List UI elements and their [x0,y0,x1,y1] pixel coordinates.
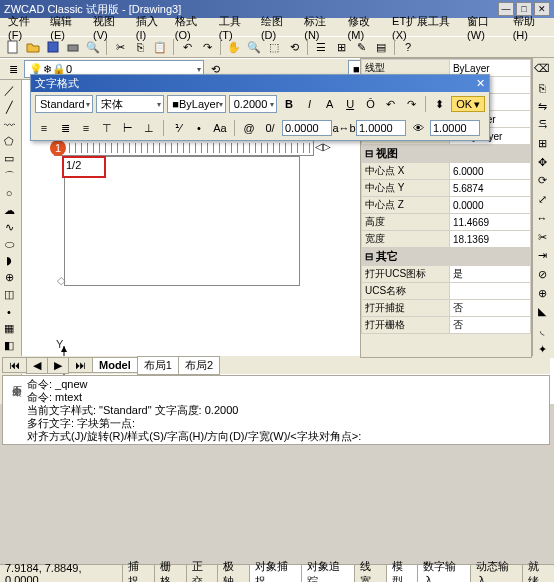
align-left-icon[interactable]: ≡ [35,119,53,137]
rotate-icon[interactable]: ⟳ [533,172,551,190]
design-icon[interactable]: ⊞ [332,38,350,56]
numbering-icon[interactable]: ⅟ [169,119,187,137]
underline-icon[interactable]: U [341,95,358,113]
align-right-icon[interactable]: ≡ [77,119,95,137]
move-icon[interactable]: ✥ [533,153,551,171]
width-field[interactable] [356,120,406,136]
save-icon[interactable] [44,38,62,56]
textstyle-combo[interactable]: Standard [35,95,93,113]
stretch-icon[interactable]: ↔ [533,210,551,228]
zoomwin-icon[interactable]: ⬚ [265,38,283,56]
tab-model[interactable]: Model [92,357,138,373]
trim-icon[interactable]: ✂ [533,228,551,246]
revcloud-icon[interactable]: ☁ [0,202,18,218]
tab-nav-first[interactable]: ⏮ [2,357,27,373]
hatch-icon[interactable]: ▦ [0,321,18,337]
status-ortho[interactable]: 正交 [187,565,219,582]
stack-icon[interactable]: ⬍ [431,95,448,113]
status-dyn[interactable]: 动态输入 [471,565,523,582]
redo2-icon[interactable]: ↷ [402,95,419,113]
align-top-icon[interactable]: ⊤ [98,119,116,137]
status-lwt[interactable]: 线宽 [355,565,387,582]
text-format-close-icon[interactable]: ✕ [476,77,485,90]
fillet-icon[interactable]: ◟ [533,322,551,340]
array-icon[interactable]: ⊞ [533,135,551,153]
tab-layout1[interactable]: 布局1 [137,356,179,375]
command-window[interactable]: 命令历史 命令: _qnew 命令: mtext 当前文字样式: "Standa… [2,375,550,445]
pline-icon[interactable]: 〰 [0,117,18,133]
align-mid-icon[interactable]: ⊢ [119,119,137,137]
extend-icon[interactable]: ⇥ [533,247,551,265]
point-icon[interactable]: • [0,304,18,320]
ellipse-icon[interactable]: ⬭ [0,236,18,252]
textcolor-combo[interactable]: ■ByLayer [167,95,225,113]
arc-icon[interactable]: ⌒ [0,168,18,185]
block-icon[interactable]: ◫ [0,287,18,303]
undo-icon[interactable]: ↶ [178,38,196,56]
undo2-icon[interactable]: ↶ [382,95,399,113]
tab-nav-next[interactable]: ▶ [47,357,69,374]
align-center-icon[interactable]: ≣ [56,119,74,137]
ruler-handle-icon[interactable]: ◁▷ [315,141,331,152]
ellarc-icon[interactable]: ◗ [0,253,18,269]
pan-icon[interactable]: ✋ [225,38,243,56]
line-icon[interactable]: ／ [0,82,18,99]
spline-icon[interactable]: ∿ [0,219,18,235]
props-icon[interactable]: ☰ [312,38,330,56]
mirror-icon[interactable]: ⇋ [533,97,551,115]
break-icon[interactable]: ⊘ [533,266,551,284]
erase-icon[interactable]: ⌫ [533,60,551,78]
menu-window[interactable]: 窗口(W) [463,13,507,42]
paste-icon[interactable]: 📋 [151,38,169,56]
text-format-title-bar[interactable]: 文字格式 ✕ [31,75,489,92]
gradient-icon[interactable]: ◧ [0,337,18,353]
status-otrack[interactable]: 对象追踪 [302,565,354,582]
print-icon[interactable] [64,38,82,56]
tab-layout2[interactable]: 布局2 [178,356,220,375]
uppercase-icon[interactable]: Aa [211,119,229,137]
eye-icon[interactable]: 👁 [409,119,427,137]
status-osnap[interactable]: 对象捕捉 [250,565,302,582]
copy-icon[interactable]: ⎘ [131,38,149,56]
status-model[interactable]: 模型 [387,565,419,582]
bullet-icon[interactable]: • [190,119,208,137]
mtext-editor[interactable]: 1/2 [62,156,106,178]
layermgr-icon[interactable]: ≣ [4,60,22,78]
overline-icon[interactable]: Ō [362,95,379,113]
cut-icon[interactable]: ✂ [111,38,129,56]
copy2-icon[interactable]: ⎘ [533,79,551,97]
font-a-icon[interactable]: A [321,95,338,113]
calc-icon[interactable]: ▤ [372,38,390,56]
chamfer-icon[interactable]: ◣ [533,303,551,321]
textheight-combo[interactable]: 0.2000 [229,95,278,113]
font-combo[interactable]: 宋体 [96,95,164,113]
insert-icon[interactable]: ⊕ [0,270,18,286]
status-grid[interactable]: 栅格 [155,565,187,582]
rect-icon[interactable]: ▭ [0,151,18,167]
offset-icon[interactable]: ⥹ [533,116,551,134]
polygon-icon[interactable]: ⬠ [0,134,18,150]
zoomprev-icon[interactable]: ⟲ [285,38,303,56]
widthfactor-icon[interactable]: a↔b [335,119,353,137]
status-numinput[interactable]: 数字输入 [418,565,470,582]
tab-nav-prev[interactable]: ◀ [26,357,48,374]
align-bot-icon[interactable]: ⊥ [140,119,158,137]
width-field-2[interactable] [430,120,480,136]
new-icon[interactable] [4,38,22,56]
ok-button[interactable]: OK ▾ [451,96,485,112]
status-polar[interactable]: 极轴 [218,565,250,582]
open-icon[interactable] [24,38,42,56]
join-icon[interactable]: ⊕ [533,284,551,302]
tracking-field[interactable] [282,120,332,136]
xline-icon[interactable]: ╱ [0,100,18,116]
redo-icon[interactable]: ↷ [198,38,216,56]
help-icon[interactable]: ? [399,38,417,56]
symbol-icon[interactable]: @ [240,119,258,137]
oblique-icon[interactable]: 0/ [261,119,279,137]
circle-icon[interactable]: ○ [0,186,18,202]
status-snap[interactable]: 捕捉 [123,565,155,582]
bold-icon[interactable]: B [280,95,297,113]
frame-handle-icon[interactable]: ◇ [57,274,65,287]
zoom-icon[interactable]: 🔍 [245,38,263,56]
text-ruler[interactable]: ◁▷ [54,140,314,156]
